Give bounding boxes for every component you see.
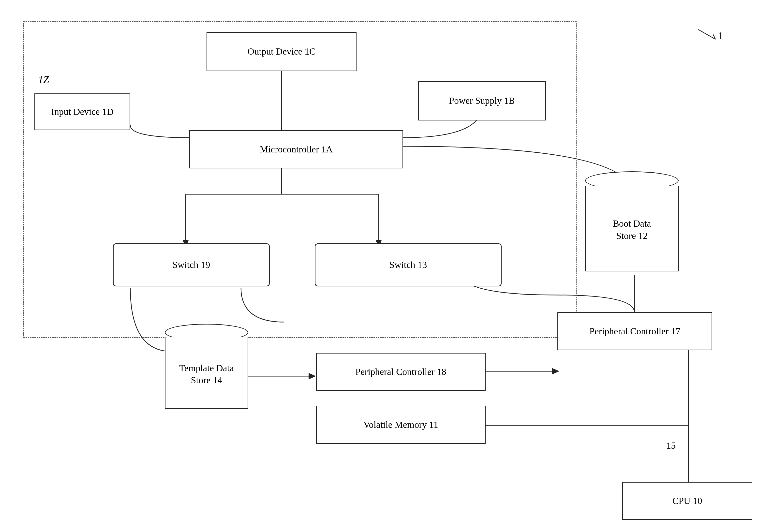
volatile-memory-label: Volatile Memory 11: [363, 419, 438, 431]
microcontroller-label: Microcontroller 1A: [260, 143, 333, 155]
peripheral-controller18-label: Peripheral Controller 18: [355, 366, 446, 378]
microcontroller-box: Microcontroller 1A: [189, 130, 403, 169]
boot-data-store-cylinder: Boot DataStore 12: [585, 167, 679, 275]
svg-marker-10: [309, 373, 316, 379]
peripheral-controller18-box: Peripheral Controller 18: [316, 353, 486, 391]
input-device-label: Input Device 1D: [51, 106, 113, 118]
input-device-box: Input Device 1D: [34, 93, 130, 130]
switch13-box: Switch 13: [315, 243, 501, 286]
volatile-memory-box: Volatile Memory 11: [316, 406, 486, 444]
power-supply-box: Power Supply 1B: [418, 81, 546, 121]
peripheral-controller17-label: Peripheral Controller 17: [589, 325, 680, 337]
output-device-label: Output Device 1C: [248, 45, 316, 58]
switch13-label: Switch 13: [389, 259, 427, 271]
peripheral-controller17-box: Peripheral Controller 17: [557, 312, 712, 350]
diagram: 1Z 1 Output Device 1C Input Device 1D Po…: [0, 0, 760, 532]
template-data-store-cylinder: Template DataStore 14: [165, 319, 248, 413]
power-supply-label: Power Supply 1B: [449, 95, 515, 107]
template-data-store-label: Template DataStore 14: [179, 362, 234, 386]
svg-marker-12: [552, 368, 559, 374]
label-1z: 1Z: [38, 74, 49, 85]
switch19-label: Switch 19: [172, 259, 210, 271]
boot-data-store-label: Boot DataStore 12: [613, 218, 651, 242]
cpu-label: CPU 10: [672, 495, 702, 507]
ref-arrow: [693, 24, 723, 44]
cpu-box: CPU 10: [622, 482, 752, 520]
switch19-box: Switch 19: [113, 243, 270, 286]
label-15: 15: [666, 440, 676, 451]
output-device-box: Output Device 1C: [207, 32, 356, 71]
svg-line-16: [698, 29, 716, 39]
